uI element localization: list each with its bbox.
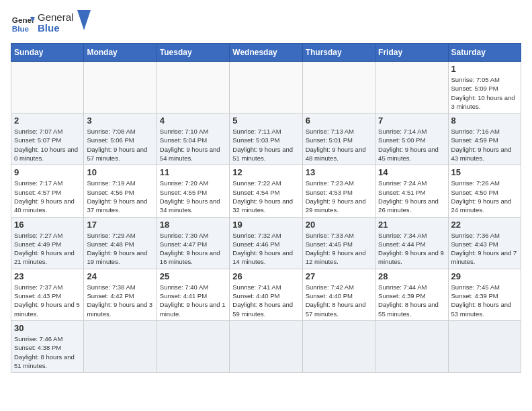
day-info: Sunrise: 7:24 AM Sunset: 4:51 PM Dayligh… bbox=[378, 179, 445, 214]
day-number: 21 bbox=[378, 220, 445, 230]
calendar-day: 14Sunrise: 7:24 AM Sunset: 4:51 PM Dayli… bbox=[375, 165, 448, 217]
calendar-day: 6Sunrise: 7:13 AM Sunset: 5:01 PM Daylig… bbox=[302, 113, 375, 165]
day-info: Sunrise: 7:05 AM Sunset: 5:09 PM Dayligh… bbox=[451, 75, 518, 111]
day-info: Sunrise: 7:27 AM Sunset: 4:49 PM Dayligh… bbox=[14, 231, 81, 267]
logo-triangle-icon bbox=[77, 10, 91, 30]
weekday-header-friday: Friday bbox=[375, 44, 448, 62]
calendar-day: 27Sunrise: 7:42 AM Sunset: 4:40 PM Dayli… bbox=[302, 269, 375, 320]
day-info: Sunrise: 7:34 AM Sunset: 4:44 PM Dayligh… bbox=[378, 231, 445, 267]
day-number: 23 bbox=[14, 271, 81, 281]
day-number: 30 bbox=[14, 323, 81, 333]
day-number: 29 bbox=[451, 271, 518, 281]
day-info: Sunrise: 7:08 AM Sunset: 5:06 PM Dayligh… bbox=[87, 127, 153, 163]
day-info: Sunrise: 7:46 AM Sunset: 4:38 PM Dayligh… bbox=[14, 334, 81, 370]
calendar-week-4: 16Sunrise: 7:27 AM Sunset: 4:49 PM Dayli… bbox=[11, 217, 521, 269]
calendar-week-2: 2Sunrise: 7:07 AM Sunset: 5:07 PM Daylig… bbox=[11, 113, 521, 165]
weekday-row: SundayMondayTuesdayWednesdayThursdayFrid… bbox=[11, 44, 521, 62]
calendar-day bbox=[230, 320, 302, 372]
weekday-header-saturday: Saturday bbox=[448, 44, 521, 62]
calendar-day: 20Sunrise: 7:33 AM Sunset: 4:45 PM Dayli… bbox=[302, 217, 375, 269]
calendar-day bbox=[302, 320, 375, 372]
calendar-day: 21Sunrise: 7:34 AM Sunset: 4:44 PM Dayli… bbox=[375, 217, 448, 269]
weekday-header-sunday: Sunday bbox=[11, 44, 84, 62]
day-number: 9 bbox=[14, 167, 81, 177]
day-info: Sunrise: 7:38 AM Sunset: 4:42 PM Dayligh… bbox=[87, 283, 153, 318]
day-info: Sunrise: 7:22 AM Sunset: 4:54 PM Dayligh… bbox=[232, 179, 299, 214]
day-info: Sunrise: 7:10 AM Sunset: 5:04 PM Dayligh… bbox=[160, 127, 226, 163]
day-info: Sunrise: 7:42 AM Sunset: 4:40 PM Dayligh… bbox=[306, 283, 372, 318]
calendar-day bbox=[157, 62, 229, 113]
calendar-day bbox=[230, 62, 302, 113]
day-number: 15 bbox=[451, 167, 518, 177]
day-number: 3 bbox=[87, 116, 153, 126]
day-info: Sunrise: 7:20 AM Sunset: 4:55 PM Dayligh… bbox=[160, 179, 226, 214]
day-info: Sunrise: 7:17 AM Sunset: 4:57 PM Dayligh… bbox=[14, 179, 81, 214]
calendar-day: 22Sunrise: 7:36 AM Sunset: 4:43 PM Dayli… bbox=[448, 217, 521, 269]
day-info: Sunrise: 7:13 AM Sunset: 5:01 PM Dayligh… bbox=[306, 127, 372, 163]
calendar-day bbox=[84, 62, 157, 113]
calendar-table: SundayMondayTuesdayWednesdayThursdayFrid… bbox=[11, 43, 521, 373]
day-number: 1 bbox=[451, 64, 518, 74]
day-number: 5 bbox=[232, 116, 299, 126]
svg-text:General: General bbox=[12, 15, 35, 24]
calendar-day: 24Sunrise: 7:38 AM Sunset: 4:42 PM Dayli… bbox=[84, 269, 157, 320]
day-number: 26 bbox=[232, 271, 299, 281]
calendar-day: 16Sunrise: 7:27 AM Sunset: 4:49 PM Dayli… bbox=[11, 217, 84, 269]
weekday-header-thursday: Thursday bbox=[302, 44, 375, 62]
day-info: Sunrise: 7:33 AM Sunset: 4:45 PM Dayligh… bbox=[306, 231, 372, 267]
day-number: 20 bbox=[306, 220, 372, 230]
day-number: 25 bbox=[160, 271, 226, 281]
day-info: Sunrise: 7:44 AM Sunset: 4:39 PM Dayligh… bbox=[378, 283, 445, 318]
header: General Blue General Blue bbox=[11, 11, 521, 35]
day-info: Sunrise: 7:32 AM Sunset: 4:46 PM Dayligh… bbox=[232, 231, 299, 267]
calendar-day: 9Sunrise: 7:17 AM Sunset: 4:57 PM Daylig… bbox=[11, 165, 84, 217]
weekday-header-tuesday: Tuesday bbox=[157, 44, 229, 62]
day-info: Sunrise: 7:41 AM Sunset: 4:40 PM Dayligh… bbox=[232, 283, 299, 318]
day-number: 18 bbox=[160, 220, 226, 230]
logo: General Blue General Blue bbox=[11, 11, 91, 35]
calendar-body: 1Sunrise: 7:05 AM Sunset: 5:09 PM Daylig… bbox=[11, 62, 521, 373]
day-info: Sunrise: 7:19 AM Sunset: 4:56 PM Dayligh… bbox=[87, 179, 153, 214]
calendar-day: 26Sunrise: 7:41 AM Sunset: 4:40 PM Dayli… bbox=[230, 269, 302, 320]
day-number: 6 bbox=[306, 116, 372, 126]
day-number: 8 bbox=[451, 116, 518, 126]
calendar-day bbox=[11, 62, 84, 113]
calendar-week-3: 9Sunrise: 7:17 AM Sunset: 4:57 PM Daylig… bbox=[11, 165, 521, 217]
day-number: 22 bbox=[451, 220, 518, 230]
day-info: Sunrise: 7:45 AM Sunset: 4:39 PM Dayligh… bbox=[451, 283, 518, 318]
day-info: Sunrise: 7:07 AM Sunset: 5:07 PM Dayligh… bbox=[14, 127, 81, 163]
day-number: 17 bbox=[87, 220, 153, 230]
day-number: 14 bbox=[378, 167, 445, 177]
day-number: 16 bbox=[14, 220, 81, 230]
logo-icon: General Blue bbox=[11, 11, 35, 35]
calendar-day bbox=[375, 62, 448, 113]
calendar-day: 28Sunrise: 7:44 AM Sunset: 4:39 PM Dayli… bbox=[375, 269, 448, 320]
calendar-day: 2Sunrise: 7:07 AM Sunset: 5:07 PM Daylig… bbox=[11, 113, 84, 165]
day-number: 7 bbox=[378, 116, 445, 126]
day-info: Sunrise: 7:40 AM Sunset: 4:41 PM Dayligh… bbox=[160, 283, 226, 318]
calendar-day: 15Sunrise: 7:26 AM Sunset: 4:50 PM Dayli… bbox=[448, 165, 521, 217]
svg-text:Blue: Blue bbox=[12, 24, 30, 33]
day-info: Sunrise: 7:11 AM Sunset: 5:03 PM Dayligh… bbox=[232, 127, 299, 163]
day-number: 12 bbox=[232, 167, 299, 177]
day-info: Sunrise: 7:29 AM Sunset: 4:48 PM Dayligh… bbox=[87, 231, 153, 267]
day-number: 24 bbox=[87, 271, 153, 281]
calendar-header: SundayMondayTuesdayWednesdayThursdayFrid… bbox=[11, 44, 521, 62]
calendar-day: 7Sunrise: 7:14 AM Sunset: 5:00 PM Daylig… bbox=[375, 113, 448, 165]
day-number: 2 bbox=[14, 116, 81, 126]
day-number: 11 bbox=[160, 167, 226, 177]
day-info: Sunrise: 7:26 AM Sunset: 4:50 PM Dayligh… bbox=[451, 179, 518, 214]
calendar-day: 23Sunrise: 7:37 AM Sunset: 4:43 PM Dayli… bbox=[11, 269, 84, 320]
calendar-week-5: 23Sunrise: 7:37 AM Sunset: 4:43 PM Dayli… bbox=[11, 269, 521, 320]
calendar-day bbox=[375, 320, 448, 372]
calendar-week-1: 1Sunrise: 7:05 AM Sunset: 5:09 PM Daylig… bbox=[11, 62, 521, 113]
calendar-day bbox=[448, 320, 521, 372]
calendar-day: 11Sunrise: 7:20 AM Sunset: 4:55 PM Dayli… bbox=[157, 165, 229, 217]
day-info: Sunrise: 7:37 AM Sunset: 4:43 PM Dayligh… bbox=[14, 283, 81, 318]
calendar-day: 5Sunrise: 7:11 AM Sunset: 5:03 PM Daylig… bbox=[230, 113, 302, 165]
calendar-day bbox=[157, 320, 229, 372]
svg-marker-3 bbox=[77, 10, 91, 30]
calendar-day: 3Sunrise: 7:08 AM Sunset: 5:06 PM Daylig… bbox=[84, 113, 157, 165]
calendar-day: 30Sunrise: 7:46 AM Sunset: 4:38 PM Dayli… bbox=[11, 320, 84, 372]
calendar-day: 18Sunrise: 7:30 AM Sunset: 4:47 PM Dayli… bbox=[157, 217, 229, 269]
